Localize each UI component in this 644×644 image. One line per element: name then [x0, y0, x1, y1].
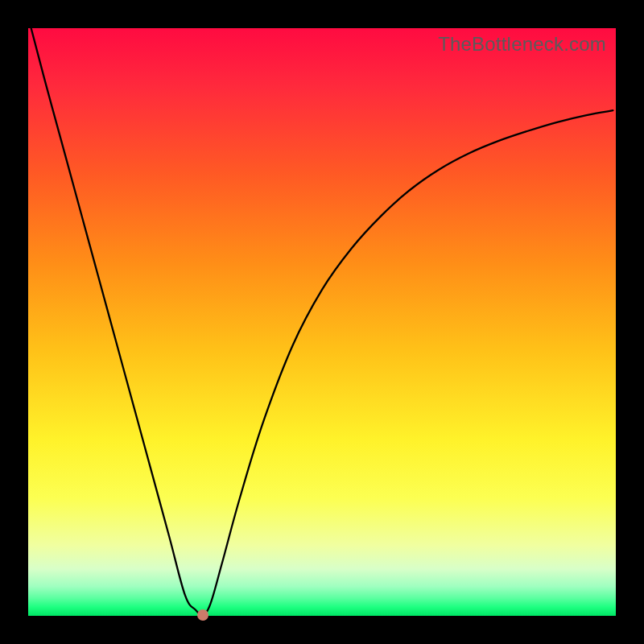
bottleneck-curve: [28, 28, 616, 616]
optimum-marker: [197, 609, 208, 621]
chart-container: TheBottleneck.com: [0, 0, 644, 644]
plot-area: TheBottleneck.com: [28, 28, 616, 616]
